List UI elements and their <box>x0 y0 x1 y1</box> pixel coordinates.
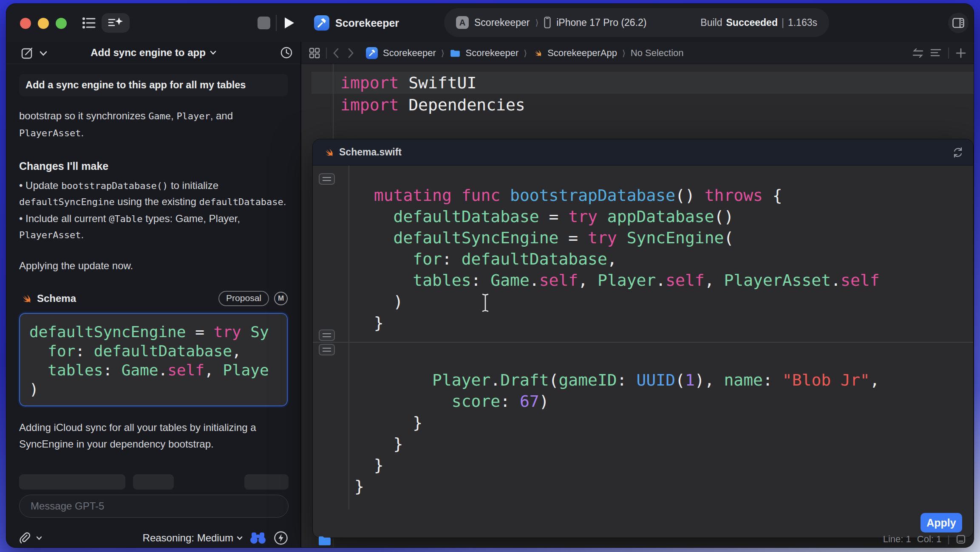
assistant-header: Add sync engine to app <box>6 42 300 64</box>
swift-icon <box>19 292 32 305</box>
scheme-selector[interactable]: A Scorekeeper ⟩ iPhone 17 Pro (26.2) Bui… <box>444 8 829 37</box>
overlay-filename: Schema.swift <box>339 146 402 158</box>
tabbar-divider <box>948 48 949 59</box>
code-fold-chip[interactable] <box>319 330 335 341</box>
overlay-code-block-1: mutating func bootstrapDatabase() throws… <box>354 185 880 333</box>
hammer-icon <box>317 18 327 28</box>
editor-code[interactable]: import SwiftUIimport Dependencies <box>340 72 525 116</box>
overlay-footer: Apply <box>313 510 973 538</box>
change-bullet: • Include all current @Table types: Game… <box>19 211 288 243</box>
build-sep: | <box>782 17 784 28</box>
proposal-file-row[interactable]: Schema Proposal M <box>19 291 288 306</box>
status-line: Line: 1 <box>883 534 911 545</box>
assistant-paragraph: Applying the update now. <box>19 257 280 274</box>
minimap-toggle-icon[interactable] <box>956 534 966 544</box>
editor-options-icon[interactable] <box>930 48 941 58</box>
scheme-target-icon: A <box>456 16 469 29</box>
assistant-paragraph: Adding iCloud sync for all your tables b… <box>19 419 284 452</box>
swap-editor-icon[interactable] <box>912 48 923 59</box>
title-chevron-icon <box>210 51 216 55</box>
forward-chevron-icon[interactable] <box>348 48 354 58</box>
swift-icon <box>322 146 334 158</box>
reasoning-label: Reasoning: Medium <box>143 532 233 544</box>
run-button[interactable] <box>282 16 296 30</box>
attachment-icon[interactable] <box>19 532 30 544</box>
traffic-light-close[interactable] <box>20 18 31 29</box>
breadcrumb-file[interactable]: ScorekeeperApp <box>547 48 617 59</box>
traffic-light-minimize[interactable] <box>38 18 49 29</box>
status-col: Col: 1 <box>917 534 941 545</box>
assistant-paragraph: bootstrap so it synchronizes Game, Playe… <box>19 107 280 141</box>
breadcrumb-project[interactable]: Scorekeeper <box>383 48 436 59</box>
iphone-icon <box>544 17 551 28</box>
send-bolt-icon[interactable] <box>273 530 289 546</box>
breadcrumb-selection[interactable]: No Selection <box>631 48 684 59</box>
refresh-loop-icon[interactable] <box>952 146 964 158</box>
editor-tab-bar: Scorekeeper ⟩ Scorekeeper ⟩ ScorekeeperA… <box>301 42 974 64</box>
conversation-scroll[interactable]: Add a sync engine to this app for all my… <box>6 65 300 469</box>
breadcrumb: Scorekeeper ⟩ Scorekeeper ⟩ ScorekeeperA… <box>366 47 684 59</box>
composer-toolbar: Reasoning: Medium <box>19 529 289 547</box>
message-input[interactable] <box>19 495 289 518</box>
desktop: Scorekeeper A Scorekeeper ⟩ iPhone 17 Pr… <box>0 0 980 552</box>
attachment-chevron-icon[interactable] <box>36 536 42 540</box>
breadcrumb-group[interactable]: Scorekeeper <box>466 48 519 59</box>
inspector-toggle-button[interactable] <box>948 13 969 33</box>
deep-search-binoculars-icon[interactable] <box>249 531 267 545</box>
back-chevron-icon[interactable] <box>333 48 339 58</box>
code-fold-chip[interactable] <box>319 344 335 355</box>
changes-heading: Changes I'll make <box>19 160 288 172</box>
overlay-code-block-2: Player.Draft(gameID: UUID(1), name: "Blo… <box>354 369 880 497</box>
build-label: Build <box>700 17 722 28</box>
build-status[interactable]: Build Succeeded | 1.163s <box>700 17 817 28</box>
editor-pane: Scorekeeper ⟩ Scorekeeper ⟩ ScorekeeperA… <box>301 42 974 547</box>
proposal-file-name: Schema <box>37 293 76 304</box>
model-badge: M <box>274 292 288 305</box>
reasoning-chevron-icon <box>237 536 243 540</box>
reasoning-selector[interactable]: Reasoning: Medium <box>143 532 243 544</box>
sidebar-list-icon[interactable] <box>82 16 96 30</box>
project-title: Scorekeeper <box>335 17 399 29</box>
build-result: Succeeded <box>726 17 778 28</box>
faded-action-pill <box>19 474 125 490</box>
swift-file-icon <box>532 48 542 58</box>
project-app-icon <box>314 15 329 31</box>
faded-action-pill <box>133 474 174 490</box>
add-editor-icon[interactable] <box>956 48 966 58</box>
window-toolbar: Scorekeeper A Scorekeeper ⟩ iPhone 17 Pr… <box>6 4 974 42</box>
breadcrumb-app-icon <box>366 47 378 59</box>
breadcrumb-separator: ⟩ <box>524 48 527 58</box>
history-clock-icon[interactable] <box>280 46 293 59</box>
xcode-window: Scorekeeper A Scorekeeper ⟩ iPhone 17 Pr… <box>6 3 974 548</box>
scheme-destination[interactable]: iPhone 17 Pro (26.2) <box>556 17 646 28</box>
conversation-title[interactable]: Add sync engine to app <box>6 47 300 59</box>
overlay-header[interactable]: Schema.swift <box>313 139 973 166</box>
traffic-light-zoom[interactable] <box>56 18 67 29</box>
bottom-folder-icon[interactable] <box>317 535 332 546</box>
ai-assistant-button[interactable] <box>102 13 130 33</box>
proposal-badge: Proposal <box>218 291 269 306</box>
code-fold-chip[interactable] <box>319 173 335 185</box>
overlay-code-area[interactable]: mutating func bootstrapDatabase() throws… <box>313 166 973 510</box>
assistant-sidebar: Add sync engine to app Add a sync engine… <box>6 42 301 547</box>
scheme-target-name[interactable]: Scorekeeper <box>474 17 530 28</box>
breadcrumb-separator: ⟩ <box>622 48 626 58</box>
tabbar-divider <box>326 48 327 59</box>
conversation-title-label: Add sync engine to app <box>91 47 206 59</box>
proposal-code-card[interactable]: defaultSyncEngine = try Sy for: defaultD… <box>19 313 288 406</box>
overlay-gutter-divider <box>348 166 349 510</box>
panel-toggle-icon <box>952 18 964 28</box>
code-section-separator <box>313 342 973 343</box>
sparkle-icon <box>115 17 123 25</box>
user-message: Add a sync engine to this app for all my… <box>19 74 288 96</box>
build-time: 1.163s <box>788 17 817 28</box>
text-cursor-pointer <box>481 293 490 313</box>
toolbar-divider <box>276 15 277 31</box>
editor-status-bar: Line: 1 Col: 1 | <box>883 534 966 545</box>
apply-button[interactable]: Apply <box>921 513 962 532</box>
related-items-grid-icon[interactable] <box>309 48 320 59</box>
folder-icon <box>450 48 461 58</box>
stop-button[interactable] <box>258 17 270 29</box>
change-bullet: • Update bootstrapDatabase() to initiali… <box>19 177 288 210</box>
scheme-separator: ⟩ <box>535 17 538 28</box>
